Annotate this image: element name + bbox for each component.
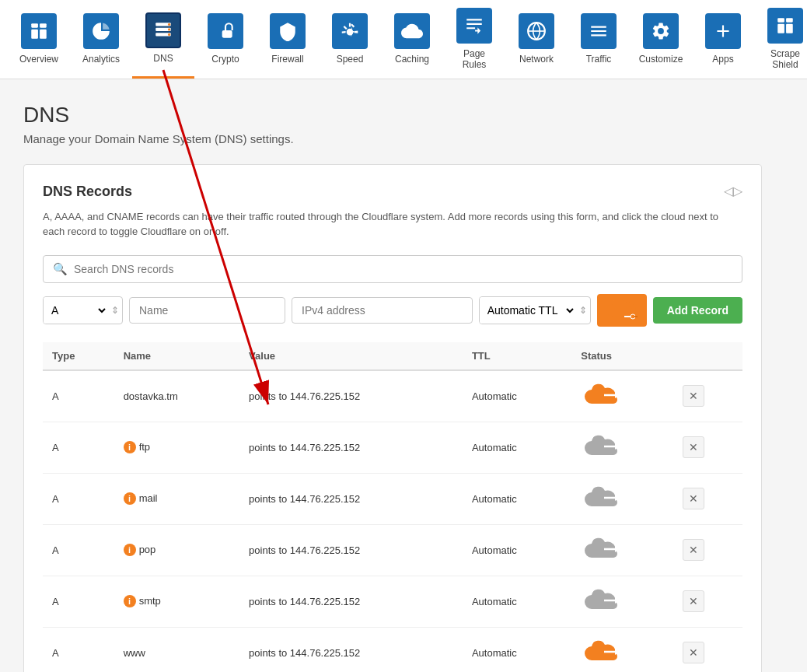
name-input[interactable] bbox=[129, 297, 285, 324]
table-row: A www points to 144.76.225.152 Automatic… bbox=[43, 627, 742, 672]
cloud-toggle-button[interactable] bbox=[597, 294, 647, 327]
overview-icon bbox=[21, 13, 57, 49]
col-name: Name bbox=[114, 342, 239, 370]
cell-value: points to 144.76.225.152 bbox=[239, 627, 463, 672]
page-content: DNS Manage your Domain Name System (DNS)… bbox=[0, 79, 785, 672]
cell-status[interactable] bbox=[571, 473, 672, 524]
svg-marker-18 bbox=[615, 443, 620, 450]
type-select-wrap: A AAAA CNAME MX TXT ⇕ bbox=[43, 296, 123, 324]
nav-label-dns: DNS bbox=[153, 53, 173, 64]
delete-button[interactable]: ✕ bbox=[683, 590, 704, 612]
nav-item-crypto[interactable]: Crypto bbox=[194, 0, 257, 79]
page-subtitle: Manage your Domain Name System (DNS) set… bbox=[23, 132, 762, 145]
cell-type: A bbox=[43, 473, 114, 524]
page-title: DNS bbox=[23, 103, 762, 128]
nav-item-traffic[interactable]: Traffic bbox=[568, 0, 630, 79]
cell-ttl: Automatic bbox=[463, 370, 571, 422]
svg-rect-12 bbox=[777, 18, 784, 22]
type-chevron: ⇕ bbox=[108, 305, 122, 316]
nav-item-analytics[interactable]: Analytics bbox=[70, 0, 132, 79]
value-input[interactable] bbox=[292, 297, 473, 324]
cell-ttl: Automatic bbox=[463, 422, 571, 473]
info-icon[interactable]: i bbox=[124, 441, 136, 453]
nav-label-analytics: Analytics bbox=[82, 54, 120, 65]
cell-status[interactable] bbox=[571, 627, 672, 672]
table-row: A ismtp points to 144.76.225.152 Automat… bbox=[43, 576, 742, 627]
nav-label-apps: Apps bbox=[712, 54, 733, 65]
nav-item-apps[interactable]: Apps bbox=[692, 0, 754, 79]
table-row: A imail points to 144.76.225.152 Automat… bbox=[43, 473, 742, 524]
add-record-row: A AAAA CNAME MX TXT ⇕ Automatic TTL Cust… bbox=[43, 294, 742, 327]
caching-icon bbox=[394, 13, 430, 49]
nav-item-firewall[interactable]: Firewall bbox=[257, 0, 319, 79]
cell-delete: ✕ bbox=[673, 524, 742, 576]
crypto-icon bbox=[208, 13, 243, 49]
expand-icon[interactable]: ◁▷ bbox=[724, 184, 742, 198]
nav-item-scrapeshield[interactable]: Scrape Shield bbox=[754, 0, 807, 79]
nav-label-speed: Speed bbox=[337, 54, 364, 65]
svg-marker-20 bbox=[615, 546, 620, 552]
col-type: Type bbox=[43, 342, 114, 370]
cell-type: A bbox=[43, 576, 114, 627]
svg-marker-17 bbox=[615, 392, 620, 398]
cell-delete: ✕ bbox=[673, 576, 742, 627]
nav-item-caching[interactable]: Caching bbox=[381, 0, 443, 79]
cell-delete: ✕ bbox=[673, 473, 742, 524]
info-icon[interactable]: i bbox=[124, 544, 136, 556]
nav-item-overview[interactable]: Overview bbox=[8, 0, 70, 79]
cell-status[interactable] bbox=[571, 370, 672, 422]
info-icon[interactable]: i bbox=[124, 492, 136, 505]
cell-name: dostavka.tm bbox=[114, 370, 239, 422]
type-select[interactable]: A AAAA CNAME MX TXT bbox=[44, 297, 108, 324]
search-icon: 🔍 bbox=[53, 262, 68, 276]
cell-value: points to 144.76.225.152 bbox=[239, 370, 463, 422]
cell-value: points to 144.76.225.152 bbox=[239, 576, 463, 627]
svg-rect-1 bbox=[40, 23, 47, 27]
nav-label-network: Network bbox=[519, 54, 554, 65]
cell-ttl: Automatic bbox=[463, 473, 571, 524]
cell-value: points to 144.76.225.152 bbox=[239, 422, 463, 473]
cell-status[interactable] bbox=[571, 422, 672, 473]
svg-rect-10 bbox=[222, 30, 232, 38]
cell-status[interactable] bbox=[571, 576, 672, 627]
search-input[interactable] bbox=[74, 263, 732, 275]
cell-value: points to 144.76.225.152 bbox=[239, 524, 463, 576]
cell-status[interactable] bbox=[571, 524, 672, 576]
svg-marker-19 bbox=[615, 495, 620, 501]
analytics-icon bbox=[83, 13, 119, 49]
delete-button[interactable]: ✕ bbox=[683, 385, 704, 407]
customize-icon bbox=[643, 13, 679, 49]
cell-delete: ✕ bbox=[673, 627, 742, 672]
delete-button[interactable]: ✕ bbox=[683, 488, 704, 509]
table-row: A iftp points to 144.76.225.152 Automati… bbox=[43, 422, 742, 473]
nav-bar: Overview Analytics DNS Crypto Firewall S… bbox=[0, 0, 807, 79]
add-record-button[interactable]: Add Record bbox=[653, 297, 742, 324]
nav-item-customize[interactable]: Customize bbox=[630, 0, 692, 79]
speed-icon bbox=[332, 13, 368, 49]
ttl-chevron: ⇕ bbox=[576, 305, 590, 316]
cell-type: A bbox=[43, 524, 114, 576]
nav-item-network[interactable]: Network bbox=[505, 0, 568, 79]
cell-ttl: Automatic bbox=[463, 576, 571, 627]
svg-marker-21 bbox=[615, 597, 620, 604]
nav-item-speed[interactable]: Speed bbox=[319, 0, 381, 79]
svg-point-8 bbox=[168, 28, 170, 30]
nav-item-pagerules[interactable]: Page Rules bbox=[443, 0, 505, 79]
traffic-icon bbox=[581, 13, 617, 49]
nav-item-dns[interactable]: DNS bbox=[132, 0, 194, 79]
network-icon bbox=[519, 13, 554, 49]
info-icon[interactable]: i bbox=[124, 595, 136, 607]
svg-point-9 bbox=[168, 33, 170, 35]
cell-name: www bbox=[114, 627, 239, 672]
ttl-select[interactable]: Automatic TTL Custom TTL bbox=[480, 297, 576, 324]
search-bar: 🔍 bbox=[43, 255, 742, 283]
svg-marker-22 bbox=[615, 649, 620, 655]
firewall-icon bbox=[270, 13, 306, 49]
delete-button[interactable]: ✕ bbox=[683, 539, 704, 561]
delete-button[interactable]: ✕ bbox=[683, 642, 704, 663]
svg-rect-2 bbox=[31, 30, 38, 39]
nav-label-overview: Overview bbox=[19, 54, 58, 65]
cell-delete: ✕ bbox=[673, 422, 742, 473]
col-status: Status bbox=[571, 342, 672, 370]
delete-button[interactable]: ✕ bbox=[683, 436, 704, 458]
